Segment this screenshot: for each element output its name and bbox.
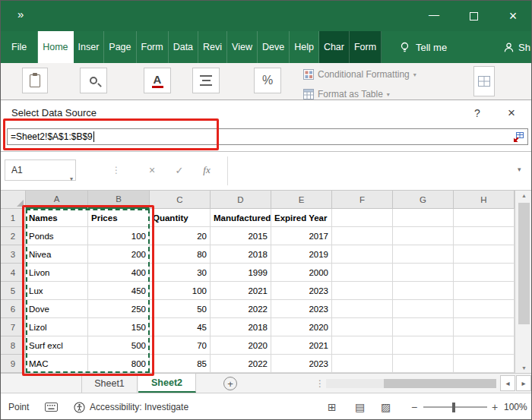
column-header-B[interactable]: B [88, 191, 150, 209]
tab-splitter-icon[interactable]: ⋮ [315, 374, 325, 393]
view-page-layout-button[interactable]: ▤ [355, 393, 365, 420]
row-header-1[interactable]: 1 [1, 209, 26, 227]
ribbon-tab-help-9[interactable]: Help [290, 31, 319, 63]
cell-D4[interactable]: 1999 [211, 264, 271, 282]
cell-F3[interactable] [332, 245, 393, 264]
ribbon-tab-page-3[interactable]: Page [104, 31, 136, 63]
share-button[interactable]: Sh [503, 31, 530, 63]
minimize-button[interactable]: — [414, 1, 454, 31]
cell-B3[interactable]: 200 [88, 245, 150, 264]
cell-H5[interactable] [454, 282, 515, 300]
insert-function-button[interactable]: fx [197, 159, 217, 181]
row-header-9[interactable]: 9 [1, 355, 26, 373]
cell-C3[interactable]: 80 [150, 245, 211, 264]
cell-F4[interactable] [332, 264, 393, 282]
cell-E8[interactable]: 2021 [271, 336, 332, 355]
ribbon-tab-file-0[interactable]: File [1, 31, 38, 63]
cell-D5[interactable]: 2021 [211, 282, 271, 300]
tell-me[interactable]: Tell me [399, 31, 447, 63]
cell-D2[interactable]: 2015 [211, 227, 271, 245]
cell-E5[interactable]: 2023 [271, 282, 332, 300]
zoom-slider[interactable] [423, 406, 487, 408]
row-header-3[interactable]: 3 [1, 245, 26, 264]
dialog-close-button[interactable]: × [499, 103, 524, 123]
cell-H9[interactable] [454, 355, 515, 373]
row-header-5[interactable]: 5 [1, 282, 26, 300]
cell-A7[interactable]: Lizol [26, 318, 88, 336]
column-header-G[interactable]: G [393, 191, 454, 209]
cell-H4[interactable] [454, 264, 515, 282]
cell-C9[interactable]: 85 [150, 355, 211, 373]
column-header-C[interactable]: C [150, 191, 211, 209]
cell-H7[interactable] [454, 318, 515, 336]
cell-F8[interactable] [332, 336, 393, 355]
cell-F5[interactable] [332, 282, 393, 300]
cell-F2[interactable] [332, 227, 393, 245]
cell-F9[interactable] [332, 355, 393, 373]
cell-B7[interactable]: 150 [88, 318, 150, 336]
cell-G7[interactable] [393, 318, 454, 336]
cell-G5[interactable] [393, 282, 454, 300]
cell-C4[interactable]: 30 [150, 264, 211, 282]
cell-G1[interactable] [393, 209, 454, 227]
cell-G3[interactable] [393, 245, 454, 264]
row-header-7[interactable]: 7 [1, 318, 26, 336]
vertical-scrollbar-thumb[interactable] [518, 203, 530, 324]
alignment-button[interactable] [192, 68, 220, 93]
font-color-button[interactable]: A [144, 68, 171, 93]
formula-bar-expand-icon[interactable]: ▾ [518, 166, 521, 173]
sheet-tab-sheet2[interactable]: Sheet2 [138, 374, 196, 393]
maximize-button[interactable] [454, 1, 493, 31]
ribbon-tab-inser-2[interactable]: Inser [74, 31, 105, 63]
view-normal-button[interactable]: ⊞ [328, 393, 337, 420]
dialog-help-button[interactable]: ? [466, 103, 489, 123]
row-header-4[interactable]: 4 [1, 264, 26, 282]
cell-E3[interactable]: 2019 [271, 245, 332, 264]
macro-record-button[interactable] [45, 393, 58, 420]
zoom-out-button[interactable]: − [411, 393, 417, 420]
name-box[interactable]: A1 ▾ [5, 159, 76, 181]
cell-C1[interactable]: Quantity [150, 209, 211, 227]
cell-F1[interactable] [332, 209, 393, 227]
ribbon-tab-view-7[interactable]: View [227, 31, 258, 63]
enter-button[interactable]: ✓ [169, 159, 189, 181]
cell-H8[interactable] [454, 336, 515, 355]
column-header-A[interactable]: A [26, 191, 88, 209]
cell-B6[interactable]: 250 [88, 300, 150, 318]
cell-E9[interactable]: 2023 [271, 355, 332, 373]
scroll-right-button[interactable]: ▸ [516, 375, 531, 391]
row-header-8[interactable]: 8 [1, 336, 26, 355]
cell-C8[interactable]: 70 [150, 336, 211, 355]
cell-B2[interactable]: 100 [88, 227, 150, 245]
cell-E2[interactable]: 2017 [271, 227, 332, 245]
cell-A2[interactable]: Ponds [26, 227, 88, 245]
cell-A4[interactable]: Livon [26, 264, 88, 282]
cell-A6[interactable]: Dove [26, 300, 88, 318]
sheet-tab-sheet1[interactable]: Sheet1 [81, 374, 138, 393]
cell-C2[interactable]: 20 [150, 227, 211, 245]
cell-A9[interactable]: MAC [26, 355, 88, 373]
cell-B5[interactable]: 450 [88, 282, 150, 300]
cell-B8[interactable]: 500 [88, 336, 150, 355]
column-header-D[interactable]: D [211, 191, 271, 209]
cell-E7[interactable]: 2020 [271, 318, 332, 336]
cell-H2[interactable] [454, 227, 515, 245]
cell-A1[interactable]: Names [26, 209, 88, 227]
paste-button[interactable] [22, 68, 48, 93]
quick-access-overflow-icon[interactable]: » [17, 8, 24, 21]
cell-H3[interactable] [454, 245, 515, 264]
cancel-button[interactable]: × [142, 159, 162, 181]
cell-D9[interactable]: 2022 [211, 355, 271, 373]
scroll-up-icon[interactable]: ▲ [515, 193, 532, 198]
cell-D1[interactable]: Manufactured Year [211, 209, 271, 227]
cell-G4[interactable] [393, 264, 454, 282]
zoom-in-button[interactable]: + [492, 393, 498, 420]
add-sheet-button[interactable]: + [223, 377, 237, 390]
zoom-level[interactable]: 100% [504, 393, 527, 420]
cell-H1[interactable] [454, 209, 515, 227]
cell-B1[interactable]: Prices [88, 209, 150, 227]
name-box-dropdown-icon[interactable]: ▾ [70, 175, 71, 182]
cell-E6[interactable]: 2023 [271, 300, 332, 318]
formula-bar-handle-icon[interactable]: ⋮ [112, 159, 121, 181]
ribbon-tab-deve-8[interactable]: Deve [258, 31, 290, 63]
